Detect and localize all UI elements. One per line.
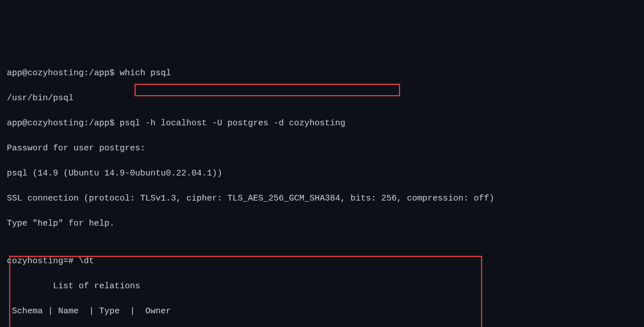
table-title-line: List of relations <box>7 280 637 293</box>
help-hint-line: Type "help" for help. <box>7 218 637 230</box>
table-header-line: Schema | Name | Type | Owner <box>7 305 637 318</box>
output-line: /usr/bin/psql <box>7 92 637 105</box>
ssl-info-line: SSL connection (protocol: TLSv1.3, ciphe… <box>7 193 637 205</box>
shell-line: app@cozyhosting:/app$ which psql <box>7 67 637 80</box>
password-prompt-line: Password for user postgres: <box>7 142 637 155</box>
terminal-output[interactable]: app@cozyhosting:/app$ which psql /usr/bi… <box>7 55 637 327</box>
psql-version-line: psql (14.9 (Ubuntu 14.9-0ubuntu0.22.04.1… <box>7 167 637 180</box>
psql-command-line: cozyhosting=# \dt <box>7 255 637 268</box>
shell-line: app@cozyhosting:/app$ psql -h localhost … <box>7 117 637 130</box>
